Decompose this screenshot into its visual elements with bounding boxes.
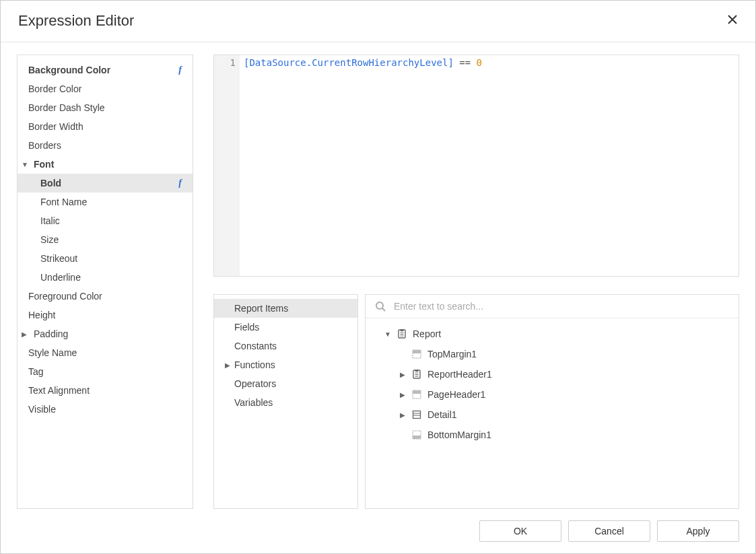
prop-style-name[interactable]: Style Name [18,343,193,362]
code-number: 0 [477,57,482,68]
fx-icon: f [178,178,182,188]
cat-label: Constants [234,341,277,351]
prop-label: Font Name [40,197,182,207]
dialog-footer: OK Cancel Apply [1,509,755,553]
clipboard-icon [397,328,407,339]
cat-fields[interactable]: Fields [214,318,357,337]
prop-label: Visible [28,404,182,415]
code-editor[interactable]: 1 [DataSource.CurrentRowHierarchyLevel] … [213,55,739,277]
dialog-title: Expression Editor [18,12,134,30]
prop-label: Strikeout [40,253,182,264]
svg-point-0 [376,302,383,309]
chevron-right-icon: ▶ [399,371,406,378]
chevron-down-icon: ▼ [384,331,391,338]
svg-rect-8 [413,350,421,353]
cat-label: Fields [234,322,259,333]
ok-button[interactable]: OK [479,520,561,542]
prop-label: Border Width [28,121,182,132]
prop-label: Underline [40,272,182,283]
clipboard-icon [411,369,422,380]
prop-size[interactable]: Size [18,230,193,249]
prop-italic[interactable]: Italic [18,211,193,230]
chevron-right-icon: ▶ [399,391,406,399]
prop-font[interactable]: ▼Font [18,155,193,174]
cat-report-items[interactable]: Report Items [214,299,357,318]
prop-label: Font [34,159,54,170]
apply-button[interactable]: Apply [657,520,739,542]
node-label: TopMargin1 [427,349,477,359]
svg-rect-16 [413,411,421,419]
cat-label: Report Items [234,303,288,314]
tree-panel: ▼ Report TopMargin1 ▶ ReportHead [365,294,739,509]
prop-foreground-color[interactable]: Foreground Color [18,287,193,306]
prop-background-color[interactable]: Background Color f [18,61,193,79]
node-label: ReportHeader1 [427,369,492,380]
line-gutter: 1 [214,55,240,276]
close-icon [727,14,738,25]
node-page-header[interactable]: ▶ PageHeader1 [366,384,738,405]
line-number: 1 [230,57,236,68]
cat-functions[interactable]: ▶Functions [214,355,357,374]
margin-band-icon [411,389,422,400]
category-panel: Report Items Fields Constants ▶Functions… [213,294,358,509]
node-label: Report [413,328,441,339]
prop-borders[interactable]: Borders [18,136,193,155]
titlebar: Expression Editor [1,1,755,42]
node-detail[interactable]: ▶ Detail1 [366,405,738,425]
prop-border-dash[interactable]: Border Dash Style [18,98,193,117]
search-input[interactable] [392,300,729,312]
fx-icon: f [178,65,182,75]
search-row [366,295,738,318]
prop-label: Border Color [28,83,182,94]
prop-label: Borders [28,140,182,151]
prop-underline[interactable]: Underline [18,268,193,287]
cat-constants[interactable]: Constants [214,337,357,355]
prop-label: Tag [28,366,182,377]
prop-border-color[interactable]: Border Color [18,79,193,98]
cancel-button[interactable]: Cancel [568,520,650,542]
cat-label: Operators [234,378,276,389]
code-field-ref: [DataSource.CurrentRowHierarchyLevel] [244,57,454,68]
prop-border-width[interactable]: Border Width [18,117,193,136]
prop-label: Text Alignment [28,385,182,396]
margin-band-icon [411,429,422,440]
bottom-panels: Report Items Fields Constants ▶Functions… [213,294,739,509]
close-button[interactable] [723,10,742,31]
prop-height[interactable]: Height [18,306,193,324]
svg-rect-20 [413,436,421,439]
node-top-margin[interactable]: TopMargin1 [366,344,738,364]
right-area: 1 [DataSource.CurrentRowHierarchyLevel] … [213,55,739,509]
expression-editor-dialog: Expression Editor Background Color f Bor… [0,0,756,554]
prop-label: Height [28,310,182,320]
svg-rect-10 [415,370,419,372]
prop-strikeout[interactable]: Strikeout [18,249,193,268]
svg-line-1 [382,308,385,311]
node-label: BottomMargin1 [427,429,491,440]
prop-label: Italic [40,215,182,226]
node-report-header[interactable]: ▶ ReportHeader1 [366,364,738,384]
prop-text-alignment[interactable]: Text Alignment [18,381,193,400]
prop-label: Size [40,234,182,245]
svg-rect-15 [413,390,421,394]
prop-label: Style Name [28,347,182,358]
node-bottom-margin[interactable]: BottomMargin1 [366,425,738,445]
prop-visible[interactable]: Visible [18,400,193,419]
chevron-right-icon: ▶ [399,411,406,419]
prop-label: Bold [40,178,178,188]
code-content[interactable]: [DataSource.CurrentRowHierarchyLevel] ==… [240,55,738,276]
prop-font-name[interactable]: Font Name [18,193,193,211]
prop-padding[interactable]: ▶Padding [18,324,193,343]
cat-label: Variables [234,397,273,408]
svg-rect-3 [401,329,404,331]
margin-band-icon [411,349,422,359]
cat-variables[interactable]: Variables [214,393,357,412]
prop-label: Padding [34,328,68,339]
cat-operators[interactable]: Operators [214,374,357,393]
prop-label: Border Dash Style [28,102,182,113]
prop-tag[interactable]: Tag [18,362,193,381]
prop-bold[interactable]: Bold f [18,174,193,193]
node-report[interactable]: ▼ Report [366,324,738,344]
report-tree: ▼ Report TopMargin1 ▶ ReportHead [366,318,738,450]
search-icon [375,301,386,312]
properties-panel: Background Color f Border Color Border D… [17,55,193,509]
